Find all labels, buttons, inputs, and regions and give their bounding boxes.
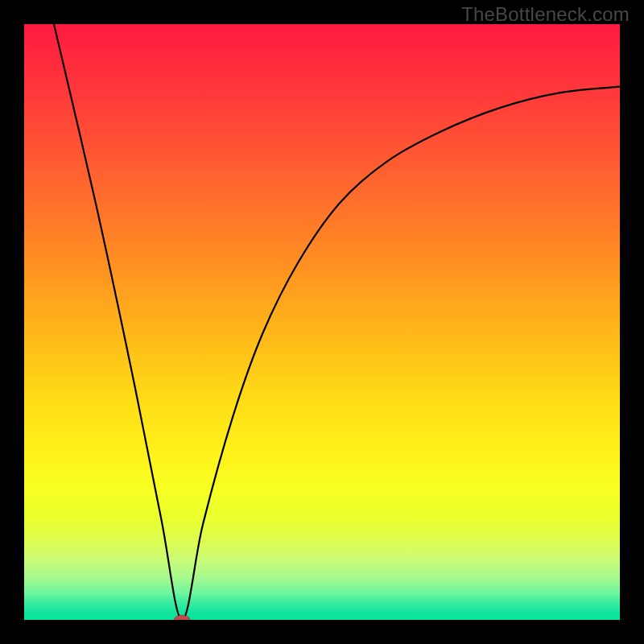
vertex-marker	[174, 615, 190, 620]
curve-layer	[24, 24, 620, 620]
bottleneck-curve	[54, 24, 620, 620]
plot-area	[24, 24, 620, 620]
watermark-text: TheBottleneck.com	[461, 3, 630, 26]
chart-frame: TheBottleneck.com	[0, 0, 644, 644]
